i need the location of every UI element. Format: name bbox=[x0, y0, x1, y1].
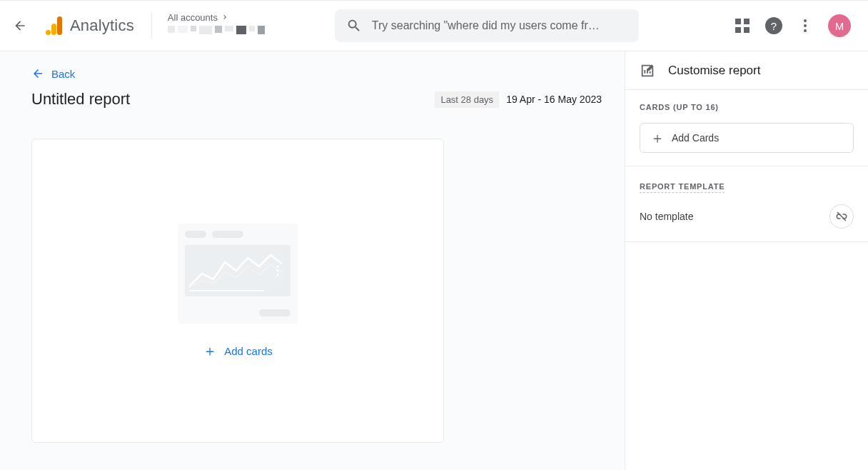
user-avatar[interactable]: M bbox=[828, 14, 851, 37]
more-menu-button[interactable] bbox=[797, 17, 814, 34]
search-bar[interactable]: Try searching "where did my users come f… bbox=[335, 9, 639, 42]
search-icon bbox=[346, 18, 362, 34]
chevron-right-icon bbox=[221, 13, 229, 21]
customise-panel-header: Customise report bbox=[625, 51, 868, 90]
cards-section-label: CARDS (UP TO 16) bbox=[640, 103, 854, 111]
template-section: REPORT TEMPLATE No template bbox=[625, 166, 868, 242]
template-value: No template bbox=[640, 211, 693, 222]
global-back-button[interactable] bbox=[11, 17, 29, 34]
more-vertical-icon bbox=[804, 19, 807, 32]
brand[interactable]: Analytics bbox=[36, 16, 140, 35]
date-range-picker[interactable]: Last 28 days 19 Apr - 16 May 2023 bbox=[435, 91, 602, 108]
brand-name: Analytics bbox=[70, 16, 134, 35]
topbar-actions: ? M bbox=[734, 14, 857, 37]
svg-point-2 bbox=[277, 270, 279, 272]
apps-button[interactable] bbox=[734, 17, 751, 34]
plus-icon: ＋ bbox=[650, 131, 665, 145]
account-label: All accounts bbox=[168, 12, 218, 23]
main-content: Back Untitled report Last 28 days 19 Apr… bbox=[0, 51, 625, 470]
help-icon: ? bbox=[765, 17, 782, 34]
back-link[interactable]: Back bbox=[31, 67, 602, 80]
svg-point-1 bbox=[277, 266, 279, 268]
add-cards-label: Add cards bbox=[224, 345, 273, 357]
svg-point-3 bbox=[277, 274, 279, 276]
add-cards-button[interactable]: ＋ Add cards bbox=[203, 344, 273, 358]
template-section-label: REPORT TEMPLATE bbox=[640, 182, 725, 193]
unlink-icon bbox=[835, 210, 848, 223]
avatar-initial: M bbox=[835, 20, 844, 32]
empty-state-illustration bbox=[178, 224, 298, 324]
empty-card-area: ＋ Add cards bbox=[31, 139, 444, 443]
unlink-template-button[interactable] bbox=[829, 204, 854, 229]
customise-panel-title: Customise report bbox=[668, 64, 760, 78]
date-preset: Last 28 days bbox=[435, 91, 499, 108]
add-cards-side-label: Add Cards bbox=[672, 132, 719, 144]
report-header: Untitled report Last 28 days 19 Apr - 16… bbox=[31, 90, 602, 109]
chart-placeholder-icon bbox=[185, 245, 291, 296]
help-button[interactable]: ? bbox=[765, 17, 782, 34]
search-placeholder: Try searching "where did my users come f… bbox=[372, 19, 600, 32]
arrow-left-icon bbox=[13, 19, 27, 33]
top-app-bar: Analytics All accounts Try searching "wh… bbox=[0, 0, 868, 51]
cards-section: CARDS (UP TO 16) ＋ Add Cards bbox=[625, 90, 868, 166]
date-range: 19 Apr - 16 May 2023 bbox=[506, 94, 602, 105]
arrow-left-icon bbox=[31, 67, 44, 80]
customise-report-icon bbox=[640, 63, 655, 79]
account-mosaic bbox=[168, 26, 303, 40]
back-label: Back bbox=[51, 68, 75, 80]
apps-grid-icon bbox=[735, 19, 750, 33]
vertical-divider bbox=[151, 13, 152, 39]
plus-icon: ＋ bbox=[203, 344, 217, 358]
account-switcher[interactable]: All accounts bbox=[163, 12, 306, 40]
analytics-logo-icon bbox=[46, 16, 63, 35]
customise-panel: Customise report CARDS (UP TO 16) ＋ Add … bbox=[625, 51, 868, 470]
report-title[interactable]: Untitled report bbox=[31, 90, 130, 109]
add-cards-side-button[interactable]: ＋ Add Cards bbox=[640, 123, 854, 153]
